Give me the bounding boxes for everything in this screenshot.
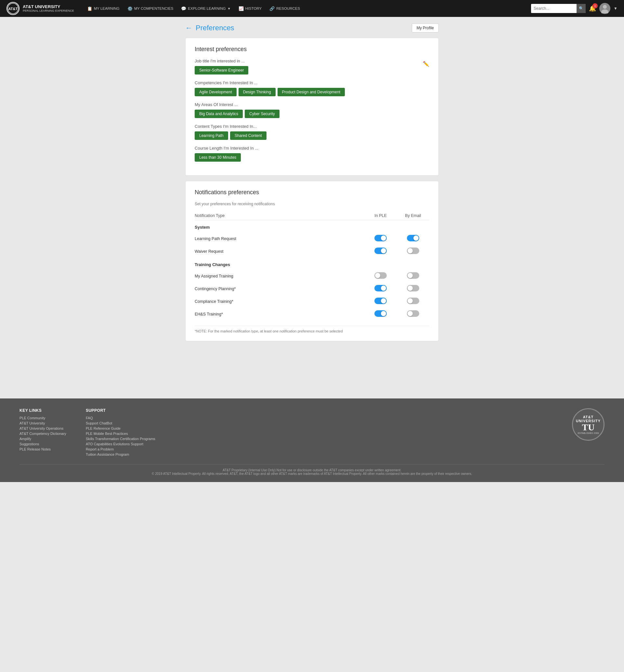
- att-university-logo: AT&T UNIVERSITY TU ESTABLISHED 2008: [572, 408, 604, 441]
- footer-link-amplify[interactable]: Amplify: [20, 437, 66, 441]
- table-row: EH&S Training*: [195, 308, 429, 320]
- toggle-slider: [407, 248, 419, 254]
- page-title-wrap: ← Preferences: [185, 24, 234, 32]
- nav-history[interactable]: 📈 HISTORY: [235, 4, 265, 13]
- toggle-cp-by-email[interactable]: [407, 285, 419, 292]
- content-types-tags: Learning Path Shared Content: [195, 131, 429, 140]
- footer-logo-area: AT&T UNIVERSITY TU ESTABLISHED 2008: [572, 408, 604, 441]
- brand-sub: PERSONAL LEARNING EXPERIENCE: [23, 9, 74, 13]
- toggle-wr-by-email[interactable]: [407, 248, 419, 254]
- nav-resources[interactable]: 🔗 RESOURCES: [266, 4, 303, 13]
- nav-my-learning[interactable]: 📋 MY LEARNING: [84, 4, 123, 13]
- toggle-lpr-by-email[interactable]: [407, 235, 419, 241]
- navbar: AT&T AT&T UNIVERSITY PERSONAL LEARNING E…: [0, 0, 624, 17]
- area-tag-1[interactable]: Cyber Security: [245, 109, 280, 118]
- competency-tag-0[interactable]: Agile Development: [195, 88, 237, 96]
- svg-point-2: [603, 5, 607, 9]
- toggle-in-ple-mat[interactable]: [364, 270, 397, 282]
- toggle-mat-by-email[interactable]: [407, 272, 419, 279]
- job-title-tags: Senior-Software Engineer: [195, 66, 429, 74]
- col-notification-type: Notification Type: [195, 211, 364, 220]
- competencies-section: Competencies I'm Interested In ... Agile…: [195, 80, 429, 96]
- toggle-slider: [407, 298, 419, 304]
- toggle-in-ple-ct[interactable]: [364, 295, 397, 308]
- nav-my-competencies[interactable]: ⚙️ MY COMPENTENCIES: [124, 4, 177, 13]
- system-label: System: [195, 220, 429, 232]
- brand-logo: AT&T: [6, 2, 20, 15]
- user-dropdown-arrow[interactable]: ▼: [614, 6, 618, 11]
- footer-link-ato[interactable]: ATO Capabilities Evolutions Support: [86, 442, 155, 446]
- toggle-in-ple-ehs[interactable]: [364, 308, 397, 320]
- footer-link-tuition[interactable]: Tuition Assistance Program: [86, 452, 155, 456]
- toggle-ct-in-ple[interactable]: [374, 298, 387, 304]
- toggle-knob: [381, 248, 386, 253]
- toggle-by-email-cp[interactable]: [397, 282, 429, 295]
- back-button[interactable]: ←: [185, 24, 192, 32]
- toggle-by-email-lpr[interactable]: [397, 232, 429, 245]
- toggle-by-email-ehs[interactable]: [397, 308, 429, 320]
- content-type-tag-1[interactable]: Shared Content: [230, 131, 266, 140]
- explore-dropdown-arrow: ▼: [228, 7, 231, 10]
- footer-support: SUPPORT FAQ Support ChatBot PLE Referenc…: [86, 408, 155, 458]
- course-length-tag-0[interactable]: Less than 30 Minutes: [195, 153, 241, 161]
- toggle-ehs-in-ple[interactable]: [374, 310, 387, 317]
- toggle-mat-in-ple[interactable]: [374, 272, 387, 279]
- toggle-slider: [407, 310, 419, 317]
- notifications-title: Notifications preferences: [195, 189, 429, 196]
- footer-link-chatbot[interactable]: Support ChatBot: [86, 421, 155, 425]
- job-title-tag[interactable]: Senior-Software Engineer: [195, 66, 248, 74]
- edit-pencil-icon[interactable]: ✏️: [423, 61, 429, 67]
- toggle-in-ple-cp[interactable]: [364, 282, 397, 295]
- competency-tag-2[interactable]: Product Design and Development: [278, 88, 345, 96]
- table-row: Learning Path Request: [195, 232, 429, 245]
- footer-link-att-university-ops[interactable]: AT&T University Operations: [20, 426, 66, 430]
- toggle-by-email-ct[interactable]: [397, 295, 429, 308]
- bell-wrap[interactable]: 🔔 1: [589, 5, 596, 12]
- toggle-ct-by-email[interactable]: [407, 298, 419, 304]
- toggle-in-ple-lpr[interactable]: [364, 232, 397, 245]
- footer-link-skills-transform[interactable]: Skills Transformation Certification Prog…: [86, 437, 155, 441]
- footer-link-att-university[interactable]: AT&T University: [20, 421, 66, 425]
- search-input[interactable]: [531, 4, 576, 13]
- interest-preferences-title: Interest preferences: [195, 46, 429, 53]
- footer-link-ple-community[interactable]: PLE Community: [20, 416, 66, 420]
- toggle-slider: [374, 272, 387, 279]
- course-length-label: Course Length I'm Interested In ...: [195, 146, 429, 151]
- nav-right: 🔍 🔔 1 ▼: [531, 3, 618, 14]
- footer-bottom: AT&T Proprietary (Internal Use Only) Not…: [20, 464, 604, 476]
- table-row: My Assigned Training: [195, 270, 429, 282]
- toggle-knob: [408, 298, 413, 303]
- toggle-by-email-mat[interactable]: [397, 270, 429, 282]
- toggle-knob: [408, 285, 413, 291]
- col-in-ple: In PLE: [364, 211, 397, 220]
- footer-link-competency-dict[interactable]: AT&T Competency Dictionary: [20, 432, 66, 435]
- toggle-lpr-in-ple[interactable]: [374, 235, 387, 241]
- toggle-ehs-by-email[interactable]: [407, 310, 419, 317]
- search-button[interactable]: 🔍: [576, 4, 586, 13]
- toggle-wr-in-ple[interactable]: [374, 248, 387, 254]
- footer-top: KEY LINKS PLE Community AT&T University …: [20, 408, 604, 458]
- explore-learning-icon: 💬: [181, 6, 186, 11]
- toggle-slider: [374, 298, 387, 304]
- content-type-tag-0[interactable]: Learning Path: [195, 131, 228, 140]
- toggle-by-email-wr[interactable]: [397, 245, 429, 257]
- nav-links: 📋 MY LEARNING ⚙️ MY COMPENTENCIES 💬 EXPL…: [84, 4, 531, 13]
- avatar[interactable]: [599, 3, 610, 14]
- nav-explore-learning[interactable]: 💬 EXPLORE LEARNING ▼: [178, 4, 234, 13]
- area-tag-0[interactable]: Big Data and Analytics: [195, 109, 243, 118]
- col-by-email: By Email: [397, 211, 429, 220]
- toggle-in-ple-wr[interactable]: [364, 245, 397, 257]
- page-title: Preferences: [196, 24, 234, 32]
- interest-preferences-card: Interest preferences Job title I'm inter…: [185, 38, 439, 176]
- competency-tag-1[interactable]: Design Thinking: [238, 88, 276, 96]
- footer-link-faq[interactable]: FAQ: [86, 416, 155, 420]
- footer-link-suggestions[interactable]: Suggestions: [20, 442, 66, 446]
- notifications-note: *NOTE: For the marked notification type,…: [195, 326, 429, 333]
- my-profile-button[interactable]: My Profile: [412, 23, 439, 32]
- footer-link-release-notes[interactable]: PLE Release Notes: [20, 447, 66, 451]
- footer-link-report[interactable]: Report a Problem: [86, 447, 155, 451]
- toggle-cp-in-ple[interactable]: [374, 285, 387, 292]
- footer-link-mobile-best[interactable]: PLE Mobile Best Practices: [86, 432, 155, 435]
- footer-link-ref-guide[interactable]: PLE Reference Guide: [86, 426, 155, 430]
- notifications-subtitle: Set your preferences for receiving notif…: [195, 202, 429, 206]
